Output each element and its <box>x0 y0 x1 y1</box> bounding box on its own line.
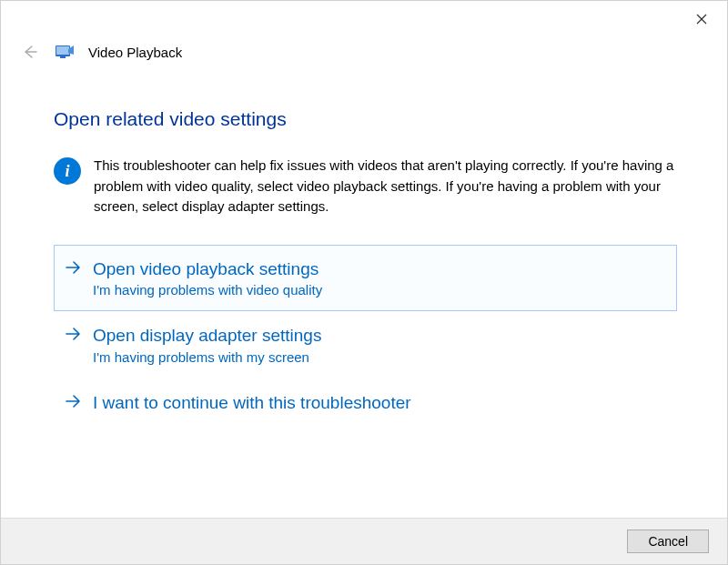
app-title: Video Playback <box>88 45 182 60</box>
info-icon: i <box>54 157 81 185</box>
option-subtitle: I'm having problems with my screen <box>93 349 321 365</box>
option-title: Open display adapter settings <box>93 325 321 348</box>
arrow-right-icon <box>64 258 82 282</box>
options-list: Open video playback settings I'm having … <box>54 245 677 430</box>
option-title: I want to continue with this troubleshoo… <box>93 392 411 415</box>
close-button[interactable] <box>687 8 716 30</box>
cancel-button[interactable]: Cancel <box>627 530 709 553</box>
header: Video Playback <box>1 30 727 72</box>
titlebar <box>1 1 727 30</box>
svg-rect-3 <box>56 46 69 55</box>
option-title: Open video playback settings <box>93 258 322 281</box>
info-section: i This troubleshooter can help fix issue… <box>54 156 677 217</box>
arrow-right-icon <box>64 392 82 416</box>
back-button[interactable] <box>19 41 41 63</box>
close-icon <box>696 14 707 25</box>
svg-rect-4 <box>60 56 66 58</box>
footer: Cancel <box>1 518 727 564</box>
option-video-playback-settings[interactable]: Open video playback settings I'm having … <box>54 245 677 312</box>
option-subtitle: I'm having problems with video quality <box>93 282 322 298</box>
arrow-right-icon <box>64 325 82 348</box>
option-continue-troubleshooter[interactable]: I want to continue with this troubleshoo… <box>54 378 677 429</box>
arrow-left-icon <box>21 43 39 61</box>
option-display-adapter-settings[interactable]: Open display adapter settings I'm having… <box>54 311 677 378</box>
page-heading: Open related video settings <box>54 108 677 130</box>
info-text: This troubleshooter can help fix issues … <box>94 156 677 217</box>
app-icon <box>54 41 76 63</box>
content: Open related video settings i This troub… <box>1 72 727 448</box>
